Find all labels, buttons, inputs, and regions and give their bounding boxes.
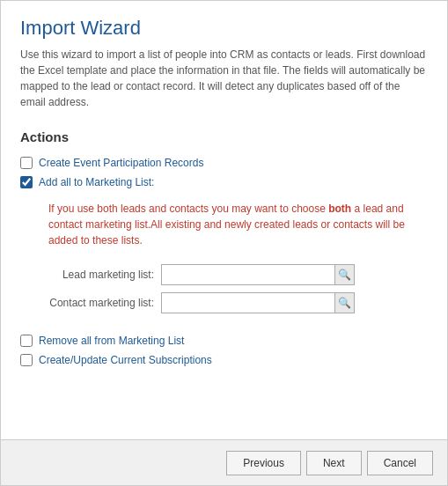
previous-button[interactable]: Previous	[226, 451, 301, 475]
content-area: Import Wizard Use this wizard to import …	[1, 1, 447, 439]
checkbox-subscriptions-label[interactable]: Create/Update Current Subscriptions	[39, 354, 212, 366]
checkbox-event-label[interactable]: Create Event Participation Records	[39, 157, 203, 169]
page-description: Use this wizard to import a list of peop…	[20, 47, 428, 110]
checkbox-row-subscriptions: Create/Update Current Subscriptions	[20, 354, 428, 366]
footer-bar: Previous Next Cancel	[1, 439, 447, 485]
search-icon: 🔍	[338, 297, 351, 309]
cancel-button[interactable]: Cancel	[367, 451, 433, 475]
checkbox-row-event: Create Event Participation Records	[20, 157, 428, 169]
checkbox-marketing-label[interactable]: Add all to Marketing List:	[39, 176, 154, 188]
checkbox-event[interactable]	[20, 157, 33, 169]
checkbox-remove-label[interactable]: Remove all from Marketing List	[39, 335, 184, 347]
checkbox-subscriptions[interactable]	[20, 354, 33, 366]
checkbox-marketing[interactable]	[20, 176, 33, 188]
contact-marketing-label: Contact marketing list:	[40, 297, 154, 309]
info-text-bold: both	[328, 202, 351, 215]
actions-section: Actions Create Event Participation Recor…	[20, 129, 428, 366]
checkbox-row-marketing: Add all to Marketing List:	[20, 176, 428, 188]
lead-marketing-input-wrapper: 🔍	[161, 264, 355, 285]
lead-marketing-search-button[interactable]: 🔍	[334, 265, 354, 284]
page-title: Import Wizard	[20, 17, 428, 40]
separator	[20, 320, 428, 335]
lead-marketing-input[interactable]	[162, 265, 334, 284]
checkbox-row-remove: Remove all from Marketing List	[20, 335, 428, 347]
contact-marketing-field-row: Contact marketing list: 🔍	[40, 292, 428, 313]
lead-marketing-label: Lead marketing list:	[40, 269, 154, 281]
info-box: If you use both leads and contacts you m…	[40, 195, 418, 254]
contact-marketing-search-button[interactable]: 🔍	[334, 293, 354, 313]
checkbox-remove[interactable]	[20, 335, 33, 347]
info-text-part1: If you use both leads and contacts you m…	[48, 202, 328, 215]
search-icon: 🔍	[338, 269, 351, 281]
next-button[interactable]: Next	[306, 451, 362, 475]
contact-marketing-input[interactable]	[162, 293, 334, 313]
page-container: Import Wizard Use this wizard to import …	[0, 0, 448, 486]
lead-marketing-field-row: Lead marketing list: 🔍	[40, 264, 428, 285]
contact-marketing-input-wrapper: 🔍	[161, 292, 355, 313]
section-title: Actions	[20, 129, 428, 144]
